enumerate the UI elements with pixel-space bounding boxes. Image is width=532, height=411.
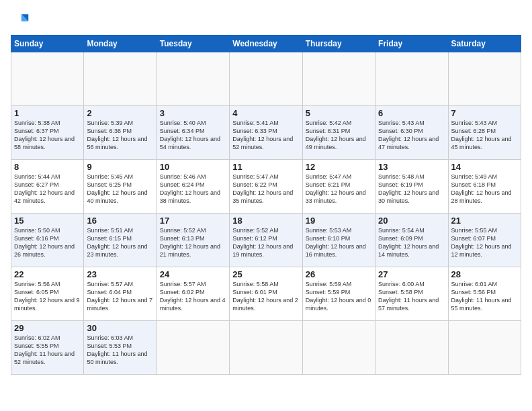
calendar-cell: 9Sunrise: 5:45 AMSunset: 6:25 PMDaylight… [84,160,157,214]
weekday-header-thursday: Thursday [302,36,375,52]
calendar-cell: 4Sunrise: 5:41 AMSunset: 6:33 PMDaylight… [230,106,302,160]
calendar-cell [157,52,229,106]
calendar-cell: 24Sunrise: 5:57 AMSunset: 6:02 PMDayligh… [157,267,229,321]
calendar-cell: 20Sunrise: 5:54 AMSunset: 6:09 PMDayligh… [375,214,448,267]
calendar-cell [302,52,375,106]
weekday-header-monday: Monday [84,36,157,52]
logo-icon [11,11,30,30]
calendar-cell [448,52,521,106]
calendar-cell: 25Sunrise: 5:58 AMSunset: 6:01 PMDayligh… [230,267,302,321]
calendar-cell: 11Sunrise: 5:47 AMSunset: 6:22 PMDayligh… [230,160,302,214]
calendar-cell: 14Sunrise: 5:49 AMSunset: 6:18 PMDayligh… [448,160,521,214]
calendar-cell: 23Sunrise: 5:57 AMSunset: 6:04 PMDayligh… [84,267,157,321]
calendar-cell: 6Sunrise: 5:43 AMSunset: 6:30 PMDaylight… [375,106,448,160]
calendar-cell [230,321,302,375]
weekday-header-saturday: Saturday [448,36,521,52]
calendar-cell [375,52,448,106]
calendar-cell: 22Sunrise: 5:56 AMSunset: 6:05 PMDayligh… [11,267,84,321]
weekday-header-sunday: Sunday [11,36,84,52]
calendar-cell: 7Sunrise: 5:43 AMSunset: 6:28 PMDaylight… [448,106,521,160]
calendar-cell [11,52,84,106]
calendar-cell: 5Sunrise: 5:42 AMSunset: 6:31 PMDaylight… [302,106,375,160]
calendar-cell: 12Sunrise: 5:47 AMSunset: 6:21 PMDayligh… [302,160,375,214]
calendar-cell: 30Sunrise: 6:03 AMSunset: 5:53 PMDayligh… [84,321,157,375]
calendar-cell: 29Sunrise: 6:02 AMSunset: 5:55 PMDayligh… [11,321,84,375]
calendar-cell: 27Sunrise: 6:00 AMSunset: 5:58 PMDayligh… [375,267,448,321]
calendar-cell: 28Sunrise: 6:01 AMSunset: 5:56 PMDayligh… [448,267,521,321]
calendar-cell: 15Sunrise: 5:50 AMSunset: 6:16 PMDayligh… [11,214,84,267]
weekday-header-wednesday: Wednesday [230,36,302,52]
calendar-cell [448,321,521,375]
calendar-cell: 3Sunrise: 5:40 AMSunset: 6:34 PMDaylight… [157,106,229,160]
calendar-cell [84,52,157,106]
calendar-cell: 8Sunrise: 5:44 AMSunset: 6:27 PMDaylight… [11,160,84,214]
logo [11,11,32,30]
calendar-cell [230,52,302,106]
calendar-cell: 2Sunrise: 5:39 AMSunset: 6:36 PMDaylight… [84,106,157,160]
calendar-cell: 13Sunrise: 5:48 AMSunset: 6:19 PMDayligh… [375,160,448,214]
calendar-cell: 21Sunrise: 5:55 AMSunset: 6:07 PMDayligh… [448,214,521,267]
weekday-header-friday: Friday [375,36,448,52]
calendar-cell [157,321,229,375]
calendar-cell: 17Sunrise: 5:52 AMSunset: 6:13 PMDayligh… [157,214,229,267]
calendar: SundayMondayTuesdayWednesdayThursdayFrid… [11,35,521,375]
calendar-cell: 10Sunrise: 5:46 AMSunset: 6:24 PMDayligh… [157,160,229,214]
calendar-cell: 26Sunrise: 5:59 AMSunset: 5:59 PMDayligh… [302,267,375,321]
calendar-cell: 1Sunrise: 5:38 AMSunset: 6:37 PMDaylight… [11,106,84,160]
calendar-cell [302,321,375,375]
calendar-cell: 18Sunrise: 5:52 AMSunset: 6:12 PMDayligh… [230,214,302,267]
calendar-cell: 19Sunrise: 5:53 AMSunset: 6:10 PMDayligh… [302,214,375,267]
calendar-cell: 16Sunrise: 5:51 AMSunset: 6:15 PMDayligh… [84,214,157,267]
weekday-header-tuesday: Tuesday [157,36,229,52]
calendar-cell [375,321,448,375]
